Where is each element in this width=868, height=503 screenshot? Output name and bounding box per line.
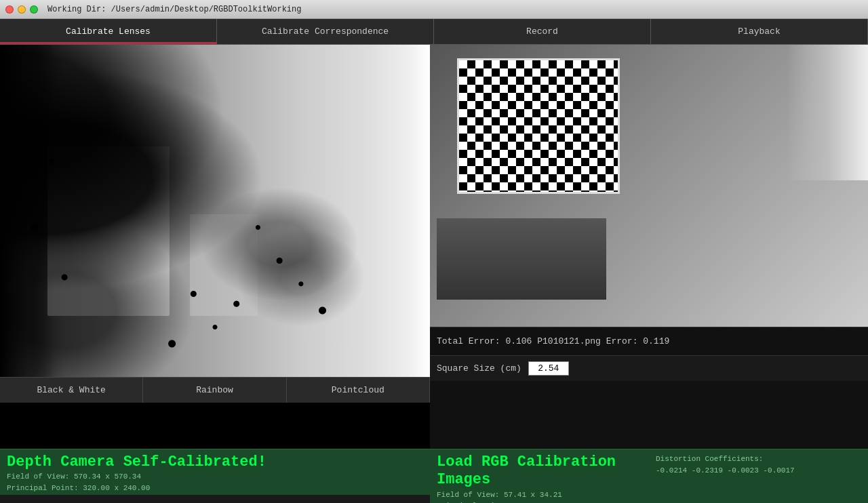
depth-principal: Principal Point: 320.00 x 240.00	[7, 483, 423, 494]
tab-calibrate-correspondence[interactable]: Calibrate Correspondence	[217, 19, 434, 44]
depth-calibrated-title: Depth Camera Self-Calibrated!	[7, 454, 423, 471]
checkerboard-image	[457, 58, 620, 194]
tab-calibrate-lenses[interactable]: Calibrate Lenses	[0, 19, 217, 44]
rgb-principal: Principal Point: 629.94 x 348.38	[437, 500, 642, 503]
status-right-main[interactable]: Load RGB Calibration Images Field of Vie…	[437, 454, 642, 503]
depth-fov: Field of View: 570.34 x 570.34	[7, 471, 423, 483]
error-text: Total Error: 0.106 P1010121.png Error: 0…	[437, 336, 669, 346]
right-panel: Total Error: 0.106 P1010121.png Error: 0…	[430, 45, 868, 449]
working-dir-label: Working Dir: /Users/admin/Desktop/RGBDTo…	[47, 5, 301, 14]
tab-record[interactable]: Record	[434, 19, 651, 44]
lamp-area	[787, 45, 868, 180]
bottom-status-bar: Depth Camera Self-Calibrated! Field of V…	[0, 449, 868, 503]
tab-bar: Calibrate Lenses Calibrate Correspondenc…	[0, 19, 868, 45]
shelf-area	[437, 218, 606, 300]
status-right-distortion: Distortion Coefficients: -0.0214 -0.2319…	[656, 454, 861, 503]
status-right: Load RGB Calibration Images Field of Vie…	[430, 449, 868, 503]
distortion-values: -0.0214 -0.2319 -0.0023 -0.0017	[656, 465, 861, 477]
distortion-label: Distortion Coefficients:	[656, 454, 861, 465]
pointcloud-button[interactable]: Pointcloud	[287, 378, 430, 403]
depth-canvas	[0, 45, 430, 377]
black-white-button[interactable]: Black & White	[0, 378, 143, 403]
rainbow-button[interactable]: Rainbow	[143, 378, 286, 403]
rgb-fov: Field of View: 57.41 x 34.21	[437, 489, 642, 501]
rgb-load-title: Load RGB Calibration Images	[437, 454, 642, 489]
error-info-bar: Total Error: 0.106 P1010121.png Error: 0…	[430, 327, 868, 355]
square-size-bar: Square Size (cm)	[430, 355, 868, 381]
titlebar: Working Dir: /Users/admin/Desktop/RGBDTo…	[0, 0, 868, 19]
main-content: Black & White Rainbow Pointcloud Total E…	[0, 45, 868, 449]
depth-view	[0, 45, 430, 377]
status-left: Depth Camera Self-Calibrated! Field of V…	[0, 449, 430, 495]
square-size-input[interactable]	[528, 361, 569, 376]
view-mode-bar: Black & White Rainbow Pointcloud	[0, 377, 430, 403]
square-size-label: Square Size (cm)	[437, 363, 521, 374]
tab-playback[interactable]: Playback	[651, 19, 868, 44]
maximize-button[interactable]	[30, 5, 38, 14]
minimize-button[interactable]	[18, 5, 26, 14]
depth-black-spots	[0, 45, 430, 377]
left-panel: Black & White Rainbow Pointcloud	[0, 45, 430, 449]
close-button[interactable]	[5, 5, 14, 14]
rgb-view	[430, 45, 868, 327]
